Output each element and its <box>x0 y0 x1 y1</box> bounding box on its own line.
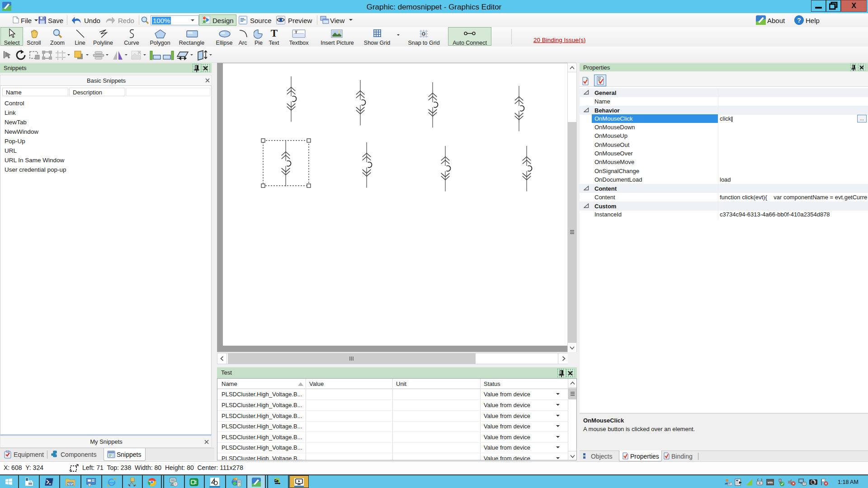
svg-text:T: T <box>295 30 297 34</box>
svg-text:?: ? <box>797 17 801 24</box>
svg-text:vm: vm <box>768 480 773 484</box>
